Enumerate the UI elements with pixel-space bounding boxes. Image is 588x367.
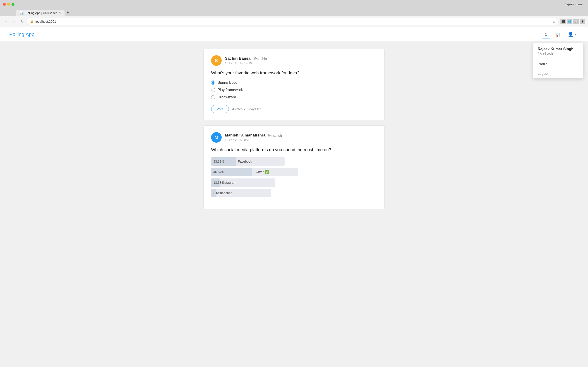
app-header: Polling App ⌂ 📊 👤 ▾ Rajeev Kumar Singh @… — [0, 27, 588, 42]
poll-options-1: Spring Boot Play framework Dropwizard — [211, 81, 377, 99]
author-name-1: Sachin Bansal — [225, 56, 251, 61]
url-bar[interactable]: 🔒 localhost:3001 ☆ — [27, 18, 559, 25]
bar-label-twitter: Twitter — [252, 170, 263, 174]
ext-icon-2[interactable]: 🌐 — [567, 19, 572, 24]
address-bar: ← → ↻ 🔒 localhost:3001 ☆ ⬛ 🌐 📰 ⚙ — [0, 16, 588, 27]
active-tab[interactable]: 📊 Polling App | CalliCoder ✕ — [16, 10, 65, 16]
main-content: S Sachin Bansal @sachin 13 Feb 2018 - 14… — [200, 42, 388, 222]
dropdown-profile-link[interactable]: Profile — [533, 59, 583, 69]
bar-label-instagram: Instagram — [220, 181, 236, 184]
app-container: Polling App ⌂ 📊 👤 ▾ Rajeev Kumar Singh @… — [0, 27, 588, 367]
time-left-1: 6 days left — [247, 107, 261, 111]
bar-wrap-facebook: 33.33% Facebook — [211, 157, 285, 166]
bar-option-snapchat: 6.67% Snapchat — [211, 189, 377, 197]
close-traffic-light[interactable] — [3, 3, 6, 6]
bar-percent-twitter: 46.67% — [213, 170, 224, 174]
stats-icon: 📊 — [555, 32, 561, 37]
reload-button[interactable]: ↻ — [19, 18, 25, 25]
author-handle-1: @sachin — [253, 57, 267, 60]
poll-card-2: M Manish Kumar Mishra @manish 13 Feb 201… — [204, 125, 384, 209]
bar-wrap-twitter: 46.67% Twitter ✅ — [211, 168, 298, 176]
vote-button-1[interactable]: Vote — [211, 105, 229, 113]
poll-date-1: 13 Feb 2018 - 14:19 — [225, 61, 267, 65]
poll-card-1: S Sachin Bansal @sachin 13 Feb 2018 - 14… — [204, 49, 384, 120]
forward-button[interactable]: → — [11, 19, 17, 25]
bar-option-facebook: 33.33% Facebook — [211, 157, 377, 166]
home-nav-button[interactable]: ⌂ — [542, 30, 550, 39]
bar-fill-twitter: 46.67% — [211, 168, 252, 176]
poll-question-1: What's your favorite web framework for J… — [211, 70, 377, 75]
header-nav: ⌂ 📊 👤 ▾ — [542, 30, 579, 39]
browser-user-label: Rajeev Kumar — [565, 2, 585, 6]
bar-option-twitter: 46.67% Twitter ✅ — [211, 168, 377, 176]
tab-favicon: 📊 — [20, 11, 24, 15]
tab-close-button[interactable]: ✕ — [59, 11, 61, 15]
fullscreen-traffic-light[interactable] — [11, 3, 15, 6]
poll-option-1-1[interactable]: Spring Boot — [211, 81, 377, 85]
author-name-row-1: Sachin Bansal @sachin — [225, 56, 267, 61]
radio-play-framework[interactable] — [211, 88, 215, 92]
poll-option-1-3[interactable]: Dropwizard — [211, 95, 377, 99]
author-info-1: Sachin Bansal @sachin 13 Feb 2018 - 14:1… — [225, 56, 267, 65]
bar-options-2: 33.33% Facebook 46.67% Twitter ✅ — [211, 157, 377, 197]
dropdown-user-handle: @callicoder — [538, 52, 579, 55]
user-dropdown-menu: Rajeev Kumar Singh @callicoder Profile L… — [533, 43, 583, 78]
lock-icon: 🔒 — [30, 20, 34, 23]
option-label-play-framework: Play framework — [217, 88, 243, 92]
bar-label-snapchat: Snapchat — [216, 191, 232, 195]
bar-wrap-instagram: 13.33% Instagram — [211, 178, 275, 187]
poll-author-1: S Sachin Bansal @sachin 13 Feb 2018 - 14… — [211, 55, 377, 66]
url-text: localhost:3001 — [35, 20, 56, 23]
author-name-2: Manish Kumar Mishra — [225, 133, 266, 138]
bar-percent-facebook: 33.33% — [213, 160, 224, 163]
ext-icon-3[interactable]: 📰 — [573, 19, 579, 24]
avatar-2: M — [211, 132, 222, 143]
option-label-dropwizard: Dropwizard — [217, 95, 236, 99]
author-handle-2: @manish — [267, 133, 282, 137]
app-logo[interactable]: Polling App — [9, 31, 35, 37]
tab-bar: 📊 Polling App | CalliCoder ✕ + — [0, 8, 588, 16]
poll-option-1-2[interactable]: Play framework — [211, 88, 377, 92]
poll-question-2: Which social media platforms do you spen… — [211, 147, 377, 152]
bar-fill-snapchat: 6.67% — [211, 189, 216, 197]
bar-fill-facebook: 33.33% — [211, 157, 236, 166]
author-info-2: Manish Kumar Mishra @manish 13 Feb 2018 … — [225, 133, 282, 142]
back-button[interactable]: ← — [3, 19, 9, 25]
bookmark-icon[interactable]: ☆ — [553, 20, 556, 23]
dropdown-logout-link[interactable]: Logout — [533, 69, 583, 78]
stats-nav-button[interactable]: 📊 — [552, 30, 563, 39]
chevron-down-icon: ▾ — [574, 33, 576, 36]
vote-footer-1: Vote 4 votes ● 6 days left — [211, 105, 377, 113]
vote-count-1: 4 votes — [232, 107, 242, 111]
poll-date-2: 13 Feb 2018 - 8:20 — [225, 138, 282, 142]
author-name-row-2: Manish Kumar Mishra @manish — [225, 133, 282, 138]
bar-option-instagram: 13.33% Instagram — [211, 178, 377, 187]
separator-dot-1: ● — [244, 108, 245, 110]
tab-title: Polling App | CalliCoder — [26, 11, 57, 15]
ext-icon-1[interactable]: ⬛ — [561, 19, 566, 24]
browser-extensions: ⬛ 🌐 📰 ⚙ — [561, 19, 585, 24]
minimize-traffic-light[interactable] — [7, 3, 10, 6]
user-menu-button[interactable]: 👤 ▾ — [565, 30, 579, 39]
user-icon: 👤 — [568, 32, 573, 37]
new-tab-button[interactable]: + — [65, 9, 71, 16]
check-icon-twitter: ✅ — [265, 170, 269, 174]
browser-titlebar: Rajeev Kumar — [0, 0, 588, 8]
bar-label-facebook: Facebook — [236, 160, 252, 163]
bar-fill-instagram: 13.33% — [211, 178, 220, 187]
radio-spring-boot[interactable] — [211, 81, 215, 85]
traffic-lights — [3, 3, 15, 6]
poll-author-2: M Manish Kumar Mishra @manish 13 Feb 201… — [211, 132, 377, 143]
bar-wrap-snapchat: 6.67% Snapchat — [211, 189, 271, 197]
dropdown-user-info: Rajeev Kumar Singh @callicoder — [533, 43, 583, 59]
ext-icon-4[interactable]: ⚙ — [580, 19, 585, 24]
option-label-spring-boot: Spring Boot — [217, 81, 237, 85]
dropdown-user-name: Rajeev Kumar Singh — [538, 47, 579, 51]
vote-meta-1: 4 votes ● 6 days left — [232, 107, 261, 111]
home-icon: ⌂ — [545, 31, 547, 37]
avatar-1: S — [211, 55, 222, 66]
radio-dropwizard[interactable] — [211, 95, 215, 99]
